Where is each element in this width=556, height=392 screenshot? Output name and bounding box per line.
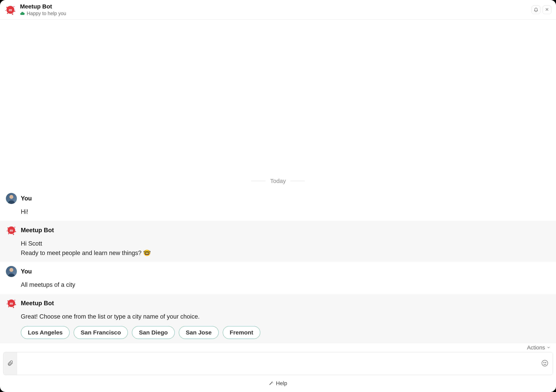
emoji-button[interactable] (537, 352, 553, 375)
svg-point-23 (8, 306, 9, 307)
message-header: You (6, 266, 550, 277)
actions-row: Actions (0, 343, 556, 352)
actions-dropdown[interactable]: Actions (527, 345, 550, 351)
user-avatar (6, 193, 17, 204)
chevron-down-icon (547, 345, 550, 351)
message-text-line1: Hi Scott (21, 239, 550, 248)
cloud-online-icon (20, 11, 25, 16)
attach-button[interactable] (3, 352, 17, 375)
chip-san-francisco[interactable]: San Francisco (74, 326, 128, 339)
chat-window: m Meetup Bot Happy to help you (0, 0, 556, 392)
chat-area[interactable]: Today You Hi! m (0, 20, 556, 343)
svg-point-5 (7, 13, 8, 14)
svg-point-1 (6, 7, 7, 8)
svg-text:m: m (9, 8, 12, 12)
header-text: Meetup Bot Happy to help you (20, 3, 528, 16)
message-user: You All meetups of a city (0, 262, 556, 294)
header-actions (532, 6, 551, 14)
svg-point-26 (542, 360, 548, 366)
svg-point-24 (7, 304, 8, 305)
divider-line (291, 181, 305, 181)
message-text: All meetups of a city (21, 280, 550, 290)
chip-los-angeles[interactable]: Los Angeles (21, 326, 70, 339)
message-input[interactable] (17, 352, 537, 375)
svg-point-17 (9, 268, 13, 272)
notifications-button[interactable] (532, 6, 540, 14)
svg-text:m: m (10, 228, 13, 233)
svg-point-20 (14, 300, 15, 300)
svg-point-10 (8, 227, 8, 228)
svg-point-28 (545, 362, 546, 363)
chip-san-diego[interactable]: San Diego (132, 326, 175, 339)
svg-point-3 (14, 11, 15, 12)
divider-line (251, 181, 265, 181)
date-label: Today (270, 178, 286, 184)
help-label: Help (276, 380, 287, 386)
quick-reply-chips: Los Angeles San Francisco San Diego San … (21, 326, 550, 339)
resize-handle[interactable] (550, 386, 556, 392)
svg-point-4 (12, 13, 13, 15)
header-title: Meetup Bot (20, 3, 528, 10)
smiley-icon (541, 360, 548, 368)
message-text-line2: Ready to meet people and learn new thing… (21, 248, 550, 258)
svg-point-15 (7, 231, 8, 231)
bell-icon (533, 7, 539, 13)
sender-name: You (21, 195, 32, 202)
date-divider: Today (0, 178, 556, 184)
message-header: m Meetup Bot (6, 298, 550, 309)
svg-text:m: m (10, 301, 13, 306)
message-body: Hi Scott Ready to meet people and learn … (21, 239, 550, 258)
svg-point-21 (15, 304, 16, 305)
message-body: All meetups of a city (21, 280, 550, 290)
svg-point-6 (6, 10, 6, 11)
message-input-bar (3, 352, 553, 375)
svg-point-14 (8, 233, 9, 234)
sender-name: You (21, 268, 32, 275)
header-status-text: Happy to help you (27, 11, 66, 16)
close-button[interactable] (543, 6, 551, 14)
svg-point-11 (14, 227, 15, 227)
chip-fremont[interactable]: Fremont (223, 326, 260, 339)
meetup-logo-icon: m (5, 4, 16, 16)
close-icon (545, 7, 549, 13)
message-bot: m Meetup Bot Hi Scott Ready to meet peop… (0, 221, 556, 262)
svg-point-2 (14, 6, 15, 7)
message-header: m Meetup Bot (6, 225, 550, 236)
header-status: Happy to help you (20, 11, 528, 16)
actions-label: Actions (527, 345, 545, 351)
message-body: Hi! (21, 207, 550, 217)
bot-avatar: m (6, 298, 17, 309)
help-button[interactable]: Help (0, 377, 556, 392)
message-header: You (6, 193, 550, 204)
svg-point-8 (9, 195, 13, 199)
sender-name: Meetup Bot (21, 300, 54, 307)
svg-point-12 (15, 231, 16, 232)
message-text: Great! Choose one from the list or type … (21, 312, 550, 321)
message-bot: m Meetup Bot Great! Choose one from the … (0, 294, 556, 343)
message-text: Hi! (21, 207, 550, 217)
paperclip-icon (7, 360, 14, 367)
sender-name: Meetup Bot (21, 227, 54, 234)
svg-point-22 (13, 307, 14, 308)
user-avatar (6, 266, 17, 277)
bot-avatar: m (6, 225, 17, 236)
chip-san-jose[interactable]: San Jose (179, 326, 219, 339)
svg-point-13 (13, 234, 14, 235)
magic-wand-icon (269, 380, 273, 386)
message-user: You Hi! (0, 189, 556, 221)
chat-header: m Meetup Bot Happy to help you (0, 0, 556, 20)
svg-point-27 (544, 362, 544, 363)
message-body: Great! Choose one from the list or type … (21, 312, 550, 321)
svg-point-19 (8, 300, 8, 301)
